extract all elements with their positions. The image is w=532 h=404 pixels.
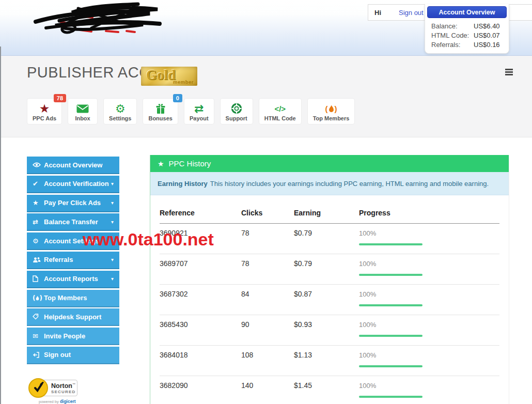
clicks-cell: 140 [241, 381, 294, 404]
toolbar-button-ppc-ads[interactable]: 78 ★ PPC Ads [27, 98, 62, 125]
account-overview-dropdown: Account Overview Balance: US$6.40 HTML C… [425, 4, 509, 54]
users-icon [33, 257, 44, 263]
column-header-clicks: Clicks [241, 209, 294, 217]
earning-cell: $1.45 [294, 381, 359, 404]
caret-down-icon: ▾ [111, 276, 114, 282]
gold-badge-subtitle: member [173, 79, 194, 85]
html-code-row: HTML Code: US$0.07 [427, 30, 507, 40]
balance-label: Balance: [431, 22, 474, 30]
progress-cell: 100% [359, 381, 499, 404]
reference-cell: 3687302 [160, 290, 241, 315]
gold-member-badge: Gold member [141, 67, 197, 86]
quick-access-toolbar: 78 ★ PPC Ads Inbox ⚙ Settings 0 Bonuses [27, 98, 355, 125]
eye-icon [33, 162, 44, 168]
table-row: 3689707 78 $0.79 100% [160, 254, 499, 285]
progress-bar [359, 243, 423, 245]
window-edge [0, 46, 1, 404]
gold-badge-title: Gold [146, 67, 176, 83]
gear-icon: ⚙ [115, 102, 126, 115]
clicks-cell: 84 [241, 290, 294, 315]
top-header: Hi Sign out Account Overview Balance: US… [0, 0, 532, 56]
sidebar-item-account-verification[interactable]: ✔ Account Verification ▾ [27, 176, 119, 193]
clicks-cell: 90 [241, 320, 294, 345]
sidebar-item-balance-transfer[interactable]: ⇄ Balance Transfer ▾ [27, 213, 119, 231]
progress-bar [359, 365, 423, 367]
check-icon: ✔ [33, 180, 44, 188]
progress-bar [359, 396, 423, 398]
progress-cell: 100% [359, 320, 499, 345]
caret-down-icon: ▾ [111, 200, 114, 206]
progress-cell: 100% [359, 290, 499, 315]
column-header-reference: Reference [160, 209, 241, 217]
toolbar-button-html-code[interactable]: </> HTML Code [259, 98, 302, 125]
earning-cell: $1.13 [294, 351, 359, 376]
caret-down-icon: ▾ [111, 257, 114, 262]
norton-check-icon [28, 378, 48, 398]
sidebar-item-helpdesk-support[interactable]: Helpdesk Support [27, 308, 119, 326]
earning-cell: $0.79 [294, 229, 359, 254]
menu-toggle-button[interactable] [505, 69, 513, 76]
reference-cell: 3685430 [160, 320, 241, 345]
norton-secured-seal[interactable]: Norton™ SECURED powered by digicert [28, 378, 77, 404]
column-header-earning: Earning [294, 209, 359, 217]
earning-cell: $0.87 [294, 290, 359, 315]
transfer-icon: ⇄ [33, 218, 44, 226]
publisher-dashboard-page: Hi Sign out Account Overview Balance: US… [0, 0, 532, 404]
sign-out-link[interactable]: Sign out [399, 9, 424, 17]
clicks-cell: 78 [241, 259, 294, 284]
progress-bar [359, 335, 423, 337]
html-code-label: HTML Code: [431, 32, 474, 39]
toolbar-button-bonuses[interactable]: 0 Bonuses [143, 98, 178, 125]
earning-history-infobar: Earning History This history includes yo… [150, 172, 509, 195]
infobar-title: Earning History [158, 180, 208, 188]
reference-cell: 3689707 [160, 259, 241, 284]
ppc-history-panel: ★ PPC History Earning History This histo… [150, 155, 509, 404]
sidebar-item-sign-out[interactable]: Sign out [27, 347, 119, 364]
reference-cell: 3684018 [160, 351, 241, 376]
toolbar-button-payout[interactable]: ⇄ Payout [184, 98, 214, 125]
star-icon: ★ [158, 160, 164, 168]
progress-bar [359, 274, 423, 276]
envelope-icon: ✉ [33, 332, 44, 340]
caret-down-icon: ▾ [111, 219, 114, 225]
progress-cell: 100% [359, 351, 499, 376]
account-overview-button[interactable]: Account Overview [427, 6, 507, 18]
file-icon [33, 275, 44, 282]
balance-row: Balance: US$6.40 [427, 21, 507, 30]
notification-badge: 78 [54, 94, 66, 102]
sidebar-item-referrals[interactable]: Referrals ▾ [27, 252, 119, 269]
toolbar-button-settings[interactable]: ⚙ Settings [103, 98, 137, 125]
sidebar-item-pay-per-click-ads[interactable]: ★ Pay Per Click Ads ▾ [27, 195, 119, 212]
flame-icon: () [325, 102, 337, 115]
referrals-label: Referrals: [431, 41, 474, 49]
ppc-history-table: Reference Clicks Earning Progress 369092… [150, 195, 509, 404]
progress-bar [359, 304, 423, 306]
toolbar-button-top-members[interactable]: () Top Members [307, 98, 355, 125]
clicks-cell: 78 [241, 229, 294, 254]
caret-down-icon: ▾ [111, 181, 114, 187]
sidebar-item-account-reports[interactable]: Account Reports ▾ [27, 271, 119, 288]
table-row: 3687302 84 $0.87 100% [160, 285, 499, 315]
sidebar-item-invite-people[interactable]: ✉ Invite People [27, 328, 119, 345]
censored-logo-scribble [28, 1, 164, 36]
toolbar-button-support[interactable]: Support [220, 98, 253, 125]
code-icon: </> [274, 102, 286, 115]
norton-powered-by: powered by digicert [28, 399, 77, 404]
panel-header: ★ PPC History [150, 155, 509, 172]
earning-cell: $0.79 [294, 259, 359, 284]
table-header-row: Reference Clicks Earning Progress [160, 195, 499, 224]
sidebar-item-account-overview[interactable]: Account Overview [27, 157, 119, 174]
sidebar-item-top-members[interactable]: () Top Members [27, 290, 119, 307]
table-row: 3684018 108 $1.13 100% [160, 346, 499, 376]
infobar-text: This history includes your earnings incl… [210, 180, 489, 188]
page-header-band: PUBLISHER ACCOUNT Gold member 78 ★ PPC A… [0, 56, 532, 137]
table-row: 3682090 140 $1.45 100% [160, 376, 499, 404]
toolbar-button-inbox[interactable]: Inbox [68, 98, 98, 125]
panel-title: PPC History [169, 159, 211, 168]
gear-icon: ⚙ [33, 237, 44, 245]
flame-icon: () [33, 294, 44, 302]
progress-cell: 100% [359, 259, 499, 284]
sidebar-menu: Account Overview ✔ Account Verification … [27, 157, 119, 366]
clicks-cell: 108 [241, 351, 294, 376]
referrals-value: US$0.16 [474, 41, 500, 49]
